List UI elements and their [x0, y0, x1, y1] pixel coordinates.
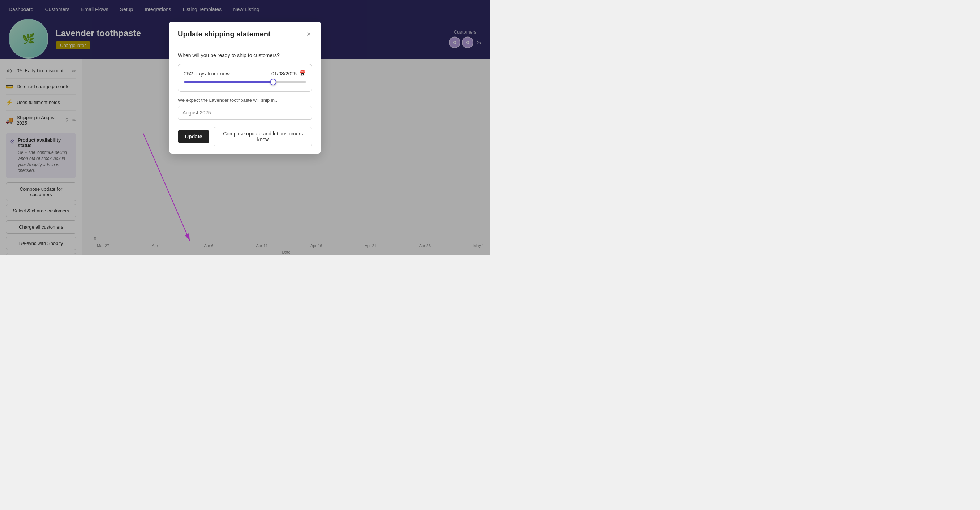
days-from-now: 252 days from now	[184, 70, 230, 76]
update-shipping-modal: Update shipping statement × When will yo…	[169, 22, 321, 154]
ship-text-input[interactable]	[178, 106, 312, 119]
modal-header: Update shipping statement ×	[169, 22, 321, 45]
calendar-icon: 📅	[299, 70, 306, 77]
date-value: 01/08/2025 📅	[271, 70, 306, 77]
ship-text-container: We expect the Lavender toothpaste will s…	[178, 97, 312, 119]
date-text: 01/08/2025	[271, 71, 297, 76]
modal-close-button[interactable]: ×	[305, 29, 312, 39]
modal-title: Update shipping statement	[178, 30, 270, 38]
modal-body: When will you be ready to ship to custom…	[169, 45, 321, 127]
modal-question: When will you be ready to ship to custom…	[178, 52, 312, 58]
slider-thumb[interactable]	[270, 79, 277, 85]
range-slider-track[interactable]	[184, 81, 306, 83]
update-button[interactable]: Update	[178, 130, 209, 143]
compose-update-button-modal[interactable]: Compose update and let customers know	[213, 127, 312, 146]
ship-text-label: We expect the Lavender toothpaste will s…	[178, 97, 312, 103]
date-display: 252 days from now 01/08/2025 📅	[184, 70, 306, 77]
slider-fill	[184, 81, 306, 83]
modal-footer: Update Compose update and let customers …	[169, 127, 321, 154]
date-input-container: 252 days from now 01/08/2025 📅	[178, 64, 312, 92]
modal-overlay: Update shipping statement × When will yo…	[0, 0, 490, 255]
